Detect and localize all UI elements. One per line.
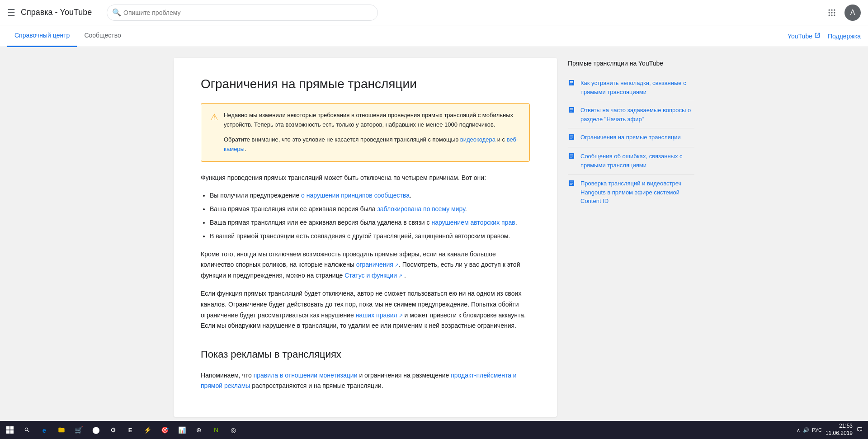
search-input[interactable] — [107, 5, 378, 21]
svg-point-5 — [834, 12, 835, 13]
copyright-link[interactable]: нарушением авторских прав — [431, 219, 515, 226]
svg-point-3 — [829, 12, 830, 13]
svg-point-1 — [831, 9, 832, 10]
header-right: А — [823, 4, 861, 22]
external-icon — [814, 32, 821, 40]
support-link[interactable]: Поддержка — [828, 33, 861, 40]
search-bar: 🔍 — [107, 5, 378, 21]
sidebar-item-text-4: Сообщения об ошибках, связанных с прямым… — [580, 152, 694, 170]
sidebar-item-4[interactable]: Сообщения об ошибках, связанных с прямым… — [568, 147, 694, 175]
taskbar-steam-icon[interactable]: ⚙ — [105, 422, 121, 428]
taskbar: e 🛒 ⬤ ⚙ E ⚡ 🎯 📊 ⊕ N ◎ ∧ 🔊 РУС 21:53 11.0… — [0, 421, 868, 428]
body-intro: Функция проведения прямых трансляций мож… — [201, 173, 530, 184]
list-item: Ваша прямая трансляция или ее архивная в… — [210, 204, 530, 215]
list-item: Вы получили предупреждение о нарушении п… — [210, 190, 530, 201]
sidebar: Прямые трансляции на YouTube Как устрани… — [568, 58, 694, 417]
taskbar-other-icon2[interactable]: 🎯 — [156, 422, 173, 428]
taskbar-chrome-icon[interactable]: ⬤ — [88, 422, 104, 428]
search-icon: 🔍 — [112, 8, 121, 17]
taskbar-edge-icon[interactable]: e — [36, 422, 52, 428]
page-title: Справка - YouTube — [21, 8, 92, 17]
taskbar-other-icon3[interactable]: 📊 — [174, 422, 190, 428]
svg-point-7 — [831, 14, 832, 16]
avatar[interactable]: А — [844, 5, 861, 21]
taskbar-shop-icon[interactable]: 🛒 — [71, 422, 87, 428]
sidebar-item-1[interactable]: Как устранить неполадки, связанные с пря… — [568, 74, 694, 101]
taskbar-left: e 🛒 ⬤ ⚙ E ⚡ 🎯 📊 ⊕ N ◎ — [2, 422, 241, 428]
apps-icon[interactable] — [823, 4, 841, 22]
taskbar-start-icon[interactable] — [2, 422, 18, 428]
youtube-label: YouTube — [788, 33, 812, 40]
taskbar-other-icon5[interactable]: ◎ — [225, 422, 241, 428]
svg-point-4 — [831, 12, 832, 13]
sidebar-icon-5 — [568, 179, 575, 189]
sidebar-item-text-2: Ответы на часто задаваемые вопросы о раз… — [580, 106, 694, 123]
systray-lang: РУС — [812, 427, 822, 428]
sidebar-icon-4 — [568, 152, 575, 161]
article-container: Ограничения на прямые трансляции ⚠ Недав… — [174, 58, 557, 417]
warning-para-2-mid: и с — [495, 136, 507, 143]
section-2-body: Напоминаем, что правила в отношении моне… — [201, 370, 530, 392]
sidebar-item-5[interactable]: Проверка трансляций и видеовстреч Hangou… — [568, 175, 694, 210]
warning-para-2: Обратите внимание, что это условие не ка… — [224, 135, 520, 154]
sidebar-icon-3 — [568, 133, 575, 142]
systray-volume[interactable]: 🔊 — [803, 427, 809, 428]
warning-para-2-prefix: Обратите внимание, что это условие не ка… — [224, 136, 460, 143]
taskbar-systray: ∧ 🔊 РУС — [797, 427, 822, 428]
list-item: Ваша прямая трансляция или ее архивная в… — [210, 217, 530, 228]
nav-tabs-left: Справочный центр Сообщество — [7, 25, 128, 47]
status-link[interactable]: Статус и функции — [344, 272, 397, 279]
taskbar-other-icon1[interactable]: ⚡ — [139, 422, 156, 428]
svg-point-8 — [834, 14, 835, 16]
sidebar-item-text-3: Ограничения на прямые трансляции — [580, 133, 681, 142]
taskbar-epic-icon[interactable]: E — [122, 422, 138, 428]
menu-icon[interactable]: ☰ — [7, 7, 15, 18]
systray-arrow[interactable]: ∧ — [797, 427, 800, 428]
tab-help-center[interactable]: Справочный центр — [7, 25, 77, 47]
sidebar-item-3[interactable]: Ограничения на прямые трансляции — [568, 128, 694, 147]
svg-point-2 — [834, 9, 835, 10]
warning-para-2-suffix: . — [245, 146, 246, 152]
search-container: 🔍 — [107, 5, 378, 21]
warning-para-1: Недавно мы изменили некоторые требования… — [224, 111, 520, 130]
taskbar-notification[interactable]: 🗨 — [856, 426, 863, 428]
article-body: Функция проведения прямых трансляций мож… — [201, 173, 530, 392]
restrictions-link[interactable]: ограничения — [356, 261, 393, 268]
section-2-title: Показ рекламы в трансляциях — [201, 346, 530, 363]
youtube-link[interactable]: YouTube — [788, 32, 821, 40]
svg-point-0 — [829, 9, 830, 10]
rules-link[interactable]: наших правил — [356, 312, 397, 319]
para-2: Кроме того, иногда мы отключаем возможно… — [201, 249, 530, 281]
header-left: ☰ Справка - YouTube — [7, 7, 98, 18]
warning-icon: ⚠ — [210, 112, 218, 154]
taskbar-other-icon4[interactable]: ⊕ — [191, 422, 207, 428]
taskbar-search-icon[interactable] — [19, 422, 35, 428]
tab-community[interactable]: Сообщество — [77, 25, 128, 47]
monetization-link[interactable]: правила в отношении монетизации — [254, 372, 358, 379]
sidebar-icon-1 — [568, 79, 575, 88]
videocoder-link[interactable]: видеокодера — [460, 136, 495, 143]
list-item: В вашей прямой трансляции есть совпадени… — [210, 231, 530, 242]
blocked-link[interactable]: заблокирована по всему миру — [377, 205, 465, 212]
sidebar-item-text-5: Проверка трансляций и видеовстреч Hangou… — [580, 179, 694, 206]
para-3: Если функция прямых трансляций будет отк… — [201, 288, 530, 331]
community-link[interactable]: о нарушении принципов сообщества — [301, 192, 410, 199]
sidebar-item-2[interactable]: Ответы на часто задаваемые вопросы о раз… — [568, 101, 694, 128]
nav-tabs-right: YouTube Поддержка — [788, 32, 861, 40]
clock-time: 21:53 — [826, 423, 853, 428]
warning-text: Недавно мы изменили некоторые требования… — [224, 111, 520, 154]
taskbar-nvidia-icon[interactable]: N — [208, 422, 224, 428]
nav-tabs: Справочный центр Сообщество YouTube Подд… — [0, 25, 868, 47]
reasons-list: Вы получили предупреждение о нарушении п… — [210, 190, 530, 241]
warning-box: ⚠ Недавно мы изменили некоторые требован… — [201, 103, 530, 161]
sidebar-item-text-1: Как устранить неполадки, связанные с пря… — [580, 79, 694, 96]
sidebar-icon-2 — [568, 106, 575, 115]
main-content: Ограничения на прямые трансляции ⚠ Недав… — [163, 47, 705, 428]
article-title: Ограничения на прямые трансляции — [201, 76, 530, 92]
taskbar-folder-icon[interactable] — [53, 422, 70, 428]
sidebar-section-title: Прямые трансляции на YouTube — [568, 58, 694, 67]
taskbar-right: ∧ 🔊 РУС 21:53 11.06.2019 🗨 — [797, 423, 866, 428]
taskbar-clock: 21:53 11.06.2019 — [826, 423, 853, 428]
svg-point-6 — [829, 14, 830, 16]
header: ☰ Справка - YouTube 🔍 А — [0, 0, 868, 25]
